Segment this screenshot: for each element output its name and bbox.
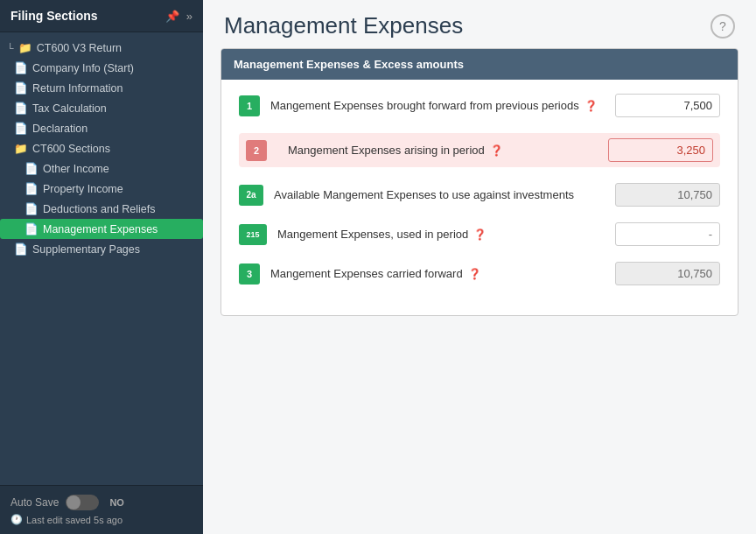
expand-icon[interactable]: »: [186, 10, 192, 23]
sidebar-item-supplementary-pages[interactable]: 📄 Supplementary Pages: [0, 239, 203, 259]
field-badge-3: 3: [239, 263, 260, 285]
sidebar-item-return-info[interactable]: 📄 Return Information: [0, 78, 203, 98]
sidebar-footer: Auto Save NO 🕐 Last edit saved 5s ago: [0, 485, 203, 534]
page-header: Management Expenses ?: [203, 0, 756, 48]
file-icon: 📄: [24, 222, 38, 235]
field-badge-2: 2: [246, 140, 267, 161]
toggle-label: NO: [109, 497, 124, 508]
pin-icon[interactable]: 📌: [165, 10, 179, 23]
field-badge-2a: 2a: [239, 185, 263, 206]
section-header: Management Expenses & Excess amounts: [221, 49, 738, 80]
sidebar-item-tax-calc[interactable]: 📄 Tax Calculation: [0, 98, 203, 118]
field-help-2[interactable]: ❓: [490, 144, 503, 157]
sidebar-item-declaration[interactable]: 📄 Declaration: [0, 118, 203, 138]
sidebar-title: Filing Sections: [10, 9, 98, 23]
folder-icon: 📁: [18, 41, 32, 54]
toggle-knob: [66, 495, 80, 509]
sidebar-item-other-income[interactable]: 📄 Other Income: [0, 158, 203, 179]
section-card: Management Expenses & Excess amounts 1 M…: [220, 48, 738, 316]
autosave-toggle[interactable]: [66, 495, 99, 510]
app-container: Filing Sections 📌 » └ 📁 CT600 V3 Return …: [0, 0, 756, 534]
file-icon: 📄: [14, 102, 28, 115]
help-icon[interactable]: ?: [710, 14, 735, 39]
field-label-2: Mangement Expenses arising in period ❓: [288, 144, 608, 157]
sidebar: Filing Sections 📌 » └ 📁 CT600 V3 Return …: [0, 0, 203, 534]
folder-icon: 📁: [14, 142, 28, 155]
field-help-3[interactable]: ❓: [468, 268, 481, 280]
sidebar-item-ct600[interactable]: └ 📁 CT600 V3 Return: [0, 38, 203, 58]
sidebar-item-ct600-sections[interactable]: 📁 CT600 Sections: [0, 138, 203, 158]
sidebar-item-property-income[interactable]: 📄 Property Income: [0, 179, 203, 199]
field-input-2[interactable]: [608, 138, 713, 162]
main-content: Management Expenses ? Management Expense…: [203, 0, 756, 534]
field-help-215[interactable]: ❓: [473, 228, 486, 241]
field-input-2a: [615, 183, 720, 207]
field-help-1[interactable]: ❓: [584, 100, 598, 112]
file-icon: 📄: [24, 162, 38, 175]
last-edit-text: 🕐 Last edit saved 5s ago: [10, 514, 192, 525]
field-label-215: Mangement Expenses, used in period ❓: [277, 228, 615, 241]
sidebar-header: Filing Sections 📌 »: [0, 0, 203, 32]
field-label-2a: Available Mangement Expenses to use agai…: [274, 188, 615, 201]
field-input-3: [615, 262, 720, 285]
file-icon: 📄: [14, 242, 28, 256]
field-row-215: 215 Mangement Expenses, used in period ❓: [239, 222, 720, 246]
field-row-1: 1 Mangement Expenses brought forward fro…: [239, 94, 720, 117]
sidebar-item-deductions-reliefs[interactable]: 📄 Deductions and Reliefs: [0, 199, 203, 219]
clock-icon: 🕐: [10, 514, 23, 525]
file-icon: 📄: [14, 61, 28, 74]
file-icon: 📄: [24, 182, 38, 195]
tree-expand-icon: └: [7, 43, 14, 53]
sidebar-item-company-info[interactable]: 📄 Company Info (Start): [0, 58, 203, 78]
file-icon: 📄: [14, 122, 28, 135]
field-badge-215: 215: [239, 224, 267, 245]
page-title: Management Expenses: [224, 12, 463, 39]
fields-area: 1 Mangement Expenses brought forward fro…: [221, 80, 738, 315]
field-row-3: 3 Mangement Expenses carried forward ❓: [239, 262, 720, 285]
field-row-2a: 2a Available Mangement Expenses to use a…: [239, 183, 720, 207]
file-icon: 📄: [24, 202, 38, 215]
field-badge-1: 1: [239, 95, 260, 116]
autosave-row: Auto Save NO: [10, 495, 192, 510]
sidebar-header-icons: 📌 »: [165, 10, 192, 23]
field-label-3: Mangement Expenses carried forward ❓: [270, 267, 615, 280]
field-label-1: Mangement Expenses brought forward from …: [270, 99, 615, 112]
sidebar-item-management-expenses[interactable]: 📄 Management Expenses: [0, 219, 203, 239]
field-input-1[interactable]: [615, 94, 720, 117]
field-input-215[interactable]: [615, 222, 720, 246]
file-icon: 📄: [14, 81, 28, 95]
field-row-2: 2 Mangement Expenses arising in period ❓: [239, 133, 720, 167]
sidebar-nav: └ 📁 CT600 V3 Return 📄 Company Info (Star…: [0, 32, 203, 485]
autosave-label: Auto Save: [10, 496, 59, 509]
